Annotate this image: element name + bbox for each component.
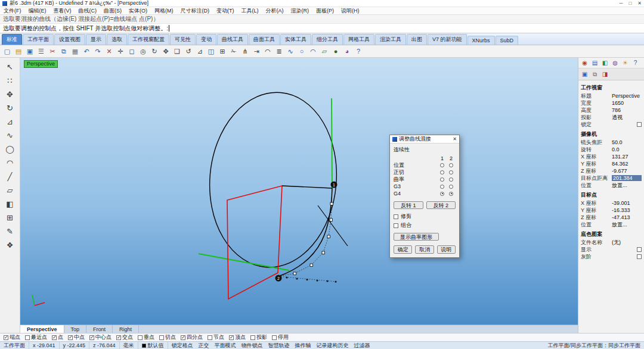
menu-item[interactable]: 曲面(S) <box>100 7 125 15</box>
cut-icon[interactable]: ✂ <box>47 46 58 57</box>
arc-icon[interactable]: ◠ <box>308 46 318 57</box>
toolbar-tab[interactable]: 可见性 <box>170 34 196 45</box>
menu-item[interactable]: 文件(F) <box>0 7 25 15</box>
continuity-radio-1[interactable] <box>440 177 444 182</box>
toolbar-tab[interactable]: 设置视图 <box>54 34 85 45</box>
control-points[interactable] <box>293 202 333 275</box>
toolbar-tab[interactable]: 变动 <box>196 34 216 45</box>
blend-point-1[interactable]: 1 <box>331 182 338 188</box>
toolbar-tab[interactable]: 网格工具 <box>343 34 374 45</box>
menu-item[interactable]: 曲线(C) <box>75 7 101 15</box>
viewport-title-label[interactable]: Perspective <box>24 60 58 68</box>
display-icon[interactable]: ◧ <box>601 59 609 67</box>
osnap-checkbox[interactable] <box>250 335 255 340</box>
help-icon[interactable]: ? <box>353 46 364 57</box>
osnap-checkbox[interactable] <box>229 335 234 340</box>
blend-point-2[interactable]: 2 <box>275 275 282 282</box>
offset-icon[interactable]: ≣ <box>274 46 284 57</box>
copy-icon[interactable]: ⧉ <box>58 46 69 57</box>
toolbar-tab[interactable]: 标准 <box>2 34 22 45</box>
osnap-checkbox[interactable] <box>4 335 8 340</box>
join-icon[interactable]: ⊞ <box>217 46 228 57</box>
property-value[interactable]: 1650▾ <box>612 100 642 106</box>
menu-item[interactable]: 网格(M) <box>151 7 177 15</box>
status-toggle[interactable]: 智慧轨迹 <box>268 342 290 349</box>
fillet-icon[interactable]: ◠ <box>262 46 273 57</box>
viewport-properties-tab-icon[interactable]: ▣ <box>581 70 589 78</box>
menu-item[interactable]: 实体(O) <box>125 7 151 15</box>
menu-item[interactable]: 说明(H) <box>338 7 363 15</box>
continuity-radio-1[interactable] <box>440 185 444 189</box>
status-toggle[interactable]: 物件锁点 <box>242 342 263 349</box>
camera-tab-icon[interactable]: ◨ <box>601 70 609 78</box>
split-icon[interactable]: ⋔ <box>240 46 250 57</box>
link-tab-icon[interactable]: ⧉ <box>591 70 599 78</box>
command-prompt[interactable]: 选取要调整的控制点，按住 SHIFT 并选取控制点做对称调整。: <box>0 24 644 33</box>
render-icon[interactable]: ◕ <box>342 46 352 57</box>
status-toggle[interactable]: 平面模式 <box>215 342 236 349</box>
minimize-button[interactable]: ─ <box>620 1 623 6</box>
surface-icon[interactable]: ▱ <box>319 46 330 57</box>
property-value[interactable]: -9.677 <box>612 168 642 174</box>
cplane-sync-indicator[interactable]: 工作平面/同步工作平面：同步工作平面 <box>544 342 644 349</box>
property-value[interactable]: -16.333 <box>612 207 642 213</box>
osnap-checkbox[interactable] <box>272 335 277 340</box>
toolbar-tab[interactable]: XNurbs <box>467 36 495 45</box>
property-value[interactable]: 透视▾ <box>612 114 642 121</box>
dialog-checkbox[interactable] <box>394 223 398 228</box>
osnap-checkbox[interactable] <box>208 335 212 340</box>
annotate-icon[interactable]: ✎ <box>2 225 18 238</box>
red-rectangle[interactable] <box>227 186 282 299</box>
osnap-checkbox[interactable] <box>159 335 164 340</box>
properties-icon[interactable]: ◉ <box>581 59 589 67</box>
toolbar-tab[interactable]: 实体工具 <box>280 34 311 45</box>
osnap-checkbox[interactable] <box>52 335 57 340</box>
green-edge-vertical[interactable] <box>332 98 332 188</box>
dialog-close-icon[interactable]: ✕ <box>453 136 457 142</box>
continuity-radio-1[interactable] <box>440 192 444 196</box>
toolbar-tab[interactable]: 选取 <box>107 34 127 45</box>
pan-icon[interactable]: ✛ <box>115 46 126 57</box>
continuity-radio-1[interactable] <box>440 163 444 167</box>
continuity-radio-2[interactable] <box>449 192 453 196</box>
toolbar-tab[interactable]: 显示 <box>86 34 106 45</box>
status-toggle[interactable]: 记录建构历史 <box>317 342 349 349</box>
osnap-checkbox[interactable] <box>116 335 121 340</box>
toolbar-tab[interactable]: V7 的新功能 <box>428 34 467 45</box>
layers-icon[interactable]: ▤ <box>591 59 599 67</box>
toolbar-tab[interactable]: 出图 <box>407 34 427 45</box>
toolbar-tab[interactable]: 渲染工具 <box>375 34 406 45</box>
circle-icon[interactable]: ○ <box>296 46 307 57</box>
property-value[interactable]: 放置... <box>612 182 642 189</box>
property-checkbox[interactable] <box>637 254 642 259</box>
toolbar-tab[interactable]: 工作平面 <box>23 34 54 45</box>
menu-item[interactable]: 分析(A) <box>262 7 287 15</box>
rotate-icon[interactable]: ↻ <box>2 101 18 114</box>
continuity-radio-2[interactable] <box>449 163 453 167</box>
green-edge-diagonal[interactable] <box>199 254 289 270</box>
menu-item[interactable]: 编辑(E) <box>25 7 50 15</box>
points-icon[interactable]: ∷ <box>2 74 18 87</box>
boolean-icon[interactable]: ⊞ <box>2 211 18 224</box>
status-toggle[interactable]: 正交 <box>199 342 209 349</box>
property-value[interactable]: 84.362 <box>612 161 642 167</box>
maximize-button[interactable]: □ <box>628 1 631 6</box>
arc-icon[interactable]: ◠ <box>2 156 18 169</box>
status-toggle[interactable]: 过滤器 <box>354 342 370 349</box>
property-value[interactable]: 131.27 <box>612 154 642 160</box>
toolbar-tab[interactable]: 细分工具 <box>312 34 343 45</box>
status-toggle[interactable]: 锁定格点 <box>172 342 193 349</box>
pointer-icon[interactable]: ↖ <box>2 60 18 73</box>
continuity-radio-2[interactable] <box>449 185 453 189</box>
trim-icon[interactable]: ✁ <box>228 46 239 57</box>
property-value[interactable]: 786▾ <box>612 107 642 113</box>
dialog-checkbox[interactable] <box>394 214 398 219</box>
viewport-tab[interactable]: Right <box>113 325 139 333</box>
circle-icon[interactable]: ◯ <box>2 142 18 155</box>
flip-2-button[interactable]: 反转 2 <box>426 201 456 209</box>
show-curvature-graph-button[interactable]: 显示曲率图形 <box>394 233 439 241</box>
menu-item[interactable]: 渲染(R) <box>287 7 313 15</box>
dialog-title-bar[interactable]: 调整曲线混接 ✕ <box>390 135 459 144</box>
osnap-checkbox[interactable] <box>68 335 73 340</box>
units-indicator[interactable]: 毫米 <box>120 342 138 349</box>
